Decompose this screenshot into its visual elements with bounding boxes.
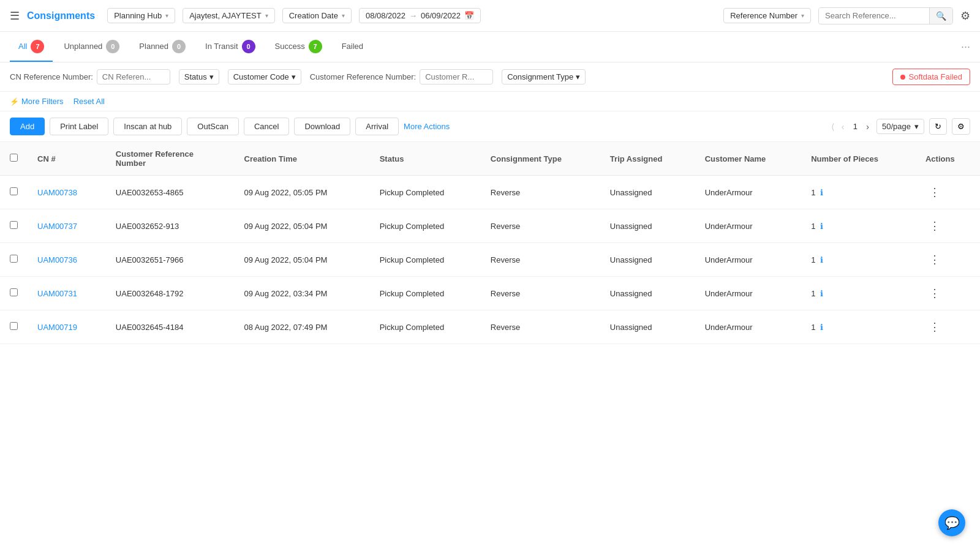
- tab-unplanned-label: Unplanned: [64, 42, 102, 51]
- tab-in-transit[interactable]: In Transit 0: [197, 32, 263, 62]
- row-checkbox[interactable]: [10, 322, 18, 330]
- arrival-button[interactable]: Arrival: [355, 118, 399, 135]
- row-customer-ref: UAE0032652-913: [106, 209, 235, 243]
- row-actions-button[interactable]: ⋮: [925, 319, 944, 335]
- cancel-button[interactable]: Cancel: [244, 118, 289, 135]
- col-actions: Actions: [916, 142, 980, 176]
- cn-num-link[interactable]: UAM00737: [37, 222, 77, 231]
- cn-num-link[interactable]: UAM00731: [37, 289, 77, 298]
- planning-hub-select[interactable]: Planning Hub ▾: [107, 8, 175, 23]
- reference-number-select[interactable]: Reference Number ▾: [723, 8, 811, 23]
- outscan-button[interactable]: OutScan: [187, 118, 239, 135]
- table-body: UAM00738 UAE0032653-4865 09 Aug 2022, 05…: [0, 176, 980, 344]
- cn-num-link[interactable]: UAM00736: [37, 255, 77, 264]
- creation-date-label: Creation Date: [289, 11, 338, 20]
- col-cn-num: CN #: [28, 142, 106, 176]
- cn-num-link[interactable]: UAM00738: [37, 188, 77, 197]
- date-range-picker[interactable]: 08/08/2022 → 06/09/2022 📅: [359, 8, 481, 23]
- tab-success[interactable]: Success 7: [266, 32, 331, 62]
- row-actions-button[interactable]: ⋮: [925, 218, 944, 234]
- search-input[interactable]: [819, 8, 929, 23]
- col-num-pieces: Number of Pieces: [801, 142, 916, 176]
- softdata-failed-label: Softdata Failed: [909, 72, 962, 81]
- per-page-chevron-icon: ▾: [914, 122, 919, 131]
- row-actions-button[interactable]: ⋮: [925, 252, 944, 268]
- tab-planned[interactable]: Planned 0: [130, 32, 194, 62]
- row-num-pieces: 1 ℹ: [801, 176, 916, 209]
- row-num-pieces: 1 ℹ: [801, 209, 916, 243]
- select-all-checkbox[interactable]: [10, 154, 18, 162]
- tab-planned-label: Planned: [139, 42, 168, 51]
- row-checkbox[interactable]: [10, 221, 18, 229]
- inscan-button[interactable]: Inscan at hub: [113, 118, 182, 135]
- pieces-info-icon[interactable]: ℹ: [820, 255, 823, 264]
- consignment-type-filter[interactable]: Consignment Type ▾: [502, 69, 586, 84]
- filter-icon: ⚡: [10, 97, 19, 106]
- customer-code-label: Customer Code: [233, 72, 289, 81]
- add-button[interactable]: Add: [10, 118, 45, 135]
- row-status: Pickup Completed: [370, 243, 481, 277]
- more-actions-button[interactable]: More Actions: [404, 122, 450, 131]
- prev-page-button[interactable]: ‹: [839, 121, 847, 133]
- customer-code-filter[interactable]: Customer Code ▾: [228, 69, 301, 84]
- row-customer-name: UnderArmour: [695, 209, 802, 243]
- tab-unplanned[interactable]: Unplanned 0: [55, 32, 128, 62]
- more-filters-link[interactable]: ⚡ More Filters: [10, 97, 64, 106]
- tabs-more-icon[interactable]: ···: [961, 40, 970, 53]
- per-page-select[interactable]: 50/page ▾: [876, 119, 924, 134]
- row-checkbox[interactable]: [10, 255, 18, 263]
- customer-reference-input[interactable]: [420, 69, 493, 84]
- row-cn-num: UAM00719: [28, 310, 106, 344]
- row-num-pieces: 1 ℹ: [801, 310, 916, 344]
- date-to: 06/09/2022: [421, 11, 461, 20]
- row-num-pieces: 1 ℹ: [801, 243, 916, 277]
- row-checkbox[interactable]: [10, 187, 18, 195]
- row-checkbox-cell: [0, 176, 28, 209]
- refresh-button[interactable]: ↻: [929, 118, 947, 135]
- pieces-info-icon[interactable]: ℹ: [820, 222, 823, 231]
- row-customer-ref: UAE0032648-1792: [106, 277, 235, 310]
- cn-reference-label: CN Reference Number:: [10, 72, 93, 81]
- user-select[interactable]: Ajaytest, AJAYTEST ▾: [183, 8, 275, 23]
- search-button[interactable]: 🔍: [929, 8, 952, 24]
- action-toolbar: Add Print Label Inscan at hub OutScan Ca…: [0, 111, 980, 142]
- next-page-button[interactable]: ›: [864, 121, 872, 133]
- softdata-failed-button[interactable]: Softdata Failed: [892, 69, 970, 85]
- header-settings-icon[interactable]: ⚙: [960, 9, 970, 23]
- tab-all[interactable]: All 7: [10, 32, 53, 62]
- customer-code-chevron-icon: ▾: [292, 72, 296, 81]
- row-cn-num: UAM00736: [28, 243, 106, 277]
- planning-hub-chevron-icon: ▾: [165, 12, 168, 19]
- app-title: Consignments: [27, 10, 95, 21]
- filter-bar: CN Reference Number: Status ▾ Customer C…: [0, 62, 980, 92]
- table-row: UAM00719 UAE0032645-4184 08 Aug 2022, 07…: [0, 310, 980, 344]
- row-checkbox[interactable]: [10, 288, 18, 296]
- row-actions-button[interactable]: ⋮: [925, 184, 944, 200]
- cn-reference-input[interactable]: [97, 69, 170, 84]
- creation-date-select[interactable]: Creation Date ▾: [282, 8, 352, 23]
- tab-failed[interactable]: Failed: [333, 32, 372, 62]
- hamburger-menu-icon[interactable]: ☰: [10, 9, 20, 23]
- row-actions-button[interactable]: ⋮: [925, 285, 944, 301]
- pieces-info-icon[interactable]: ℹ: [820, 188, 823, 197]
- first-page-button[interactable]: ⟨: [829, 121, 837, 133]
- row-checkbox-cell: [0, 209, 28, 243]
- row-trip-assigned: Unassigned: [600, 209, 695, 243]
- status-filter[interactable]: Status ▾: [179, 69, 219, 84]
- row-checkbox-cell: [0, 243, 28, 277]
- row-status: Pickup Completed: [370, 277, 481, 310]
- page-navigation: ⟨ ‹ 1 ›: [829, 121, 872, 133]
- cn-num-link[interactable]: UAM00719: [37, 323, 77, 332]
- download-button[interactable]: Download: [294, 118, 350, 135]
- column-settings-button[interactable]: ⚙: [952, 118, 970, 135]
- print-label-button[interactable]: Print Label: [50, 118, 108, 135]
- reset-all-link[interactable]: Reset All: [74, 97, 105, 106]
- pieces-info-icon[interactable]: ℹ: [820, 289, 823, 298]
- pieces-info-icon[interactable]: ℹ: [820, 323, 823, 332]
- col-creation-time: Creation Time: [235, 142, 370, 176]
- col-status: Status: [370, 142, 481, 176]
- date-from: 08/08/2022: [366, 11, 405, 20]
- creation-date-chevron-icon: ▾: [342, 12, 345, 19]
- table-row: UAM00737 UAE0032652-913 09 Aug 2022, 05:…: [0, 209, 980, 243]
- row-actions-cell: ⋮: [916, 209, 980, 243]
